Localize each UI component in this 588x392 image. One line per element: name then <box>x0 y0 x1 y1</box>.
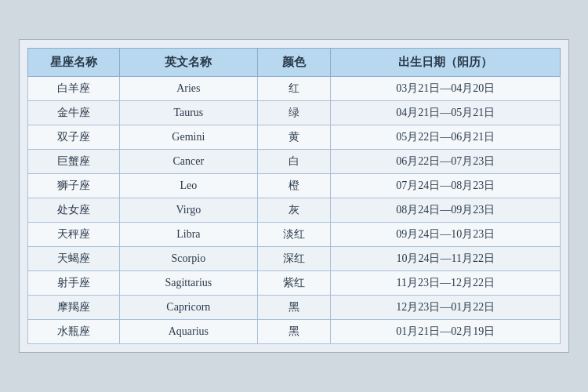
cell-chinese: 天秤座 <box>28 223 120 247</box>
table-row: 天秤座Libra淡红09月24日—10月23日 <box>28 223 561 247</box>
cell-color: 淡红 <box>257 223 331 247</box>
cell-english: Sagittarius <box>120 271 258 296</box>
cell-english: Aquarius <box>120 320 258 344</box>
cell-chinese: 天蝎座 <box>28 247 120 271</box>
cell-color: 白 <box>257 150 331 174</box>
cell-english: Cancer <box>120 150 258 174</box>
cell-chinese: 处女座 <box>28 198 120 223</box>
cell-date: 10月24日—11月22日 <box>331 247 561 271</box>
zodiac-table: 星座名称 英文名称 颜色 出生日期（阳历） 白羊座Aries红03月21日—04… <box>27 48 561 344</box>
cell-chinese: 摩羯座 <box>28 296 120 320</box>
cell-english: Virgo <box>120 198 258 223</box>
cell-date: 03月21日—04月20日 <box>331 77 561 101</box>
cell-english: Capricorn <box>120 296 258 320</box>
table-row: 白羊座Aries红03月21日—04月20日 <box>28 77 561 101</box>
zodiac-table-container: 星座名称 英文名称 颜色 出生日期（阳历） 白羊座Aries红03月21日—04… <box>19 39 569 353</box>
cell-chinese: 射手座 <box>28 271 120 296</box>
cell-date: 08月24日—09月23日 <box>331 198 561 223</box>
cell-chinese: 狮子座 <box>28 174 120 198</box>
header-color: 颜色 <box>257 49 331 77</box>
table-row: 摩羯座Capricorn黑12月23日—01月22日 <box>28 296 561 320</box>
table-row: 双子座Gemini黄05月22日—06月21日 <box>28 125 561 150</box>
header-date: 出生日期（阳历） <box>331 49 561 77</box>
cell-date: 04月21日—05月21日 <box>331 101 561 125</box>
cell-chinese: 巨蟹座 <box>28 150 120 174</box>
table-row: 水瓶座Aquarius黑01月21日—02月19日 <box>28 320 561 344</box>
cell-english: Gemini <box>120 125 258 150</box>
cell-date: 07月24日—08月23日 <box>331 174 561 198</box>
table-row: 射手座Sagittarius紫红11月23日—12月22日 <box>28 271 561 296</box>
cell-date: 01月21日—02月19日 <box>331 320 561 344</box>
cell-date: 06月22日—07月23日 <box>331 150 561 174</box>
cell-english: Leo <box>120 174 258 198</box>
cell-color: 灰 <box>257 198 331 223</box>
header-chinese: 星座名称 <box>28 49 120 77</box>
cell-color: 黑 <box>257 320 331 344</box>
cell-color: 绿 <box>257 101 331 125</box>
cell-chinese: 白羊座 <box>28 77 120 101</box>
table-header-row: 星座名称 英文名称 颜色 出生日期（阳历） <box>28 49 561 77</box>
cell-color: 深红 <box>257 247 331 271</box>
cell-date: 12月23日—01月22日 <box>331 296 561 320</box>
cell-color: 橙 <box>257 174 331 198</box>
header-english: 英文名称 <box>120 49 258 77</box>
table-row: 天蝎座Scorpio深红10月24日—11月22日 <box>28 247 561 271</box>
cell-color: 红 <box>257 77 331 101</box>
table-row: 巨蟹座Cancer白06月22日—07月23日 <box>28 150 561 174</box>
cell-color: 黄 <box>257 125 331 150</box>
cell-date: 11月23日—12月22日 <box>331 271 561 296</box>
cell-english: Taurus <box>120 101 258 125</box>
cell-english: Libra <box>120 223 258 247</box>
cell-chinese: 金牛座 <box>28 101 120 125</box>
cell-english: Aries <box>120 77 258 101</box>
cell-color: 黑 <box>257 296 331 320</box>
table-row: 金牛座Taurus绿04月21日—05月21日 <box>28 101 561 125</box>
table-row: 处女座Virgo灰08月24日—09月23日 <box>28 198 561 223</box>
cell-chinese: 水瓶座 <box>28 320 120 344</box>
cell-chinese: 双子座 <box>28 125 120 150</box>
cell-color: 紫红 <box>257 271 331 296</box>
cell-english: Scorpio <box>120 247 258 271</box>
cell-date: 09月24日—10月23日 <box>331 223 561 247</box>
cell-date: 05月22日—06月21日 <box>331 125 561 150</box>
table-row: 狮子座Leo橙07月24日—08月23日 <box>28 174 561 198</box>
